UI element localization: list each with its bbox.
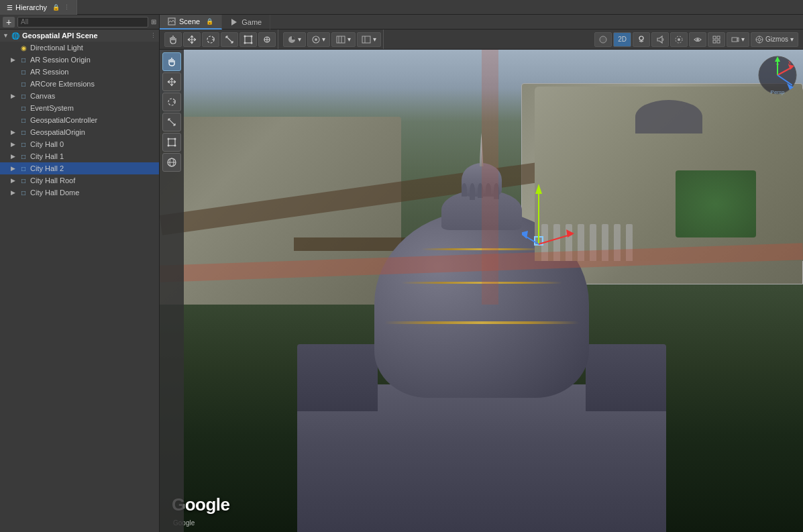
custom-transform-btn[interactable] bbox=[258, 32, 276, 47]
city-hall-2-label: City Hall 2 bbox=[30, 164, 64, 172]
hierarchy-item-city-hall-roof[interactable]: ▶ □ City Hall Roof bbox=[0, 174, 159, 187]
scene-icon: 🌐 bbox=[11, 31, 20, 40]
viewport-move-btn[interactable] bbox=[162, 72, 181, 91]
directional-light-label: Directional Light bbox=[30, 44, 83, 52]
hierarchy-item-ar-session-origin[interactable]: ▶ □ AR Session Origin bbox=[0, 54, 159, 66]
svg-text:X: X bbox=[788, 60, 792, 65]
hierarchy-item-city-hall-0[interactable]: ▶ □ City Hall 0 bbox=[0, 138, 159, 150]
move-tool-btn[interactable] bbox=[183, 32, 201, 47]
svg-text:Persp: Persp bbox=[771, 89, 785, 95]
expand-arrow-chr: ▶ bbox=[11, 177, 19, 184]
hierarchy-item-geospatial-scene[interactable]: ▼ 🌐 Geospatial API Scene ⋮ bbox=[0, 30, 159, 42]
expand-arrow-ch2: ▶ bbox=[11, 165, 19, 172]
overlay-dropdown-btn[interactable]: ▾ bbox=[357, 32, 381, 47]
hierarchy-tab-menu[interactable]: ⋮ bbox=[64, 4, 70, 11]
svg-text:Y: Y bbox=[776, 63, 780, 68]
expand-arrow-canvas: ▶ bbox=[11, 93, 19, 99]
hierarchy-item-city-hall-1[interactable]: ▶ □ City Hall 1 bbox=[0, 150, 159, 162]
svg-line-21 bbox=[642, 41, 643, 42]
hand-tool-btn[interactable] bbox=[164, 32, 182, 47]
svg-point-18 bbox=[639, 36, 643, 40]
hierarchy-item-arcore-extensions[interactable]: □ ARCore Extensions bbox=[0, 78, 159, 90]
visibility-toggle-btn[interactable] bbox=[689, 32, 706, 47]
scene-viewport[interactable]: Y X Persp bbox=[160, 50, 803, 532]
svg-point-7 bbox=[251, 42, 253, 44]
svg-rect-29 bbox=[732, 38, 737, 42]
svg-point-56 bbox=[174, 138, 176, 140]
render-path-dropdown-btn[interactable]: ▾ bbox=[307, 32, 330, 47]
viewport-hand-btn[interactable] bbox=[162, 52, 181, 71]
shading-dropdown-btn[interactable]: ▾ bbox=[283, 32, 306, 47]
lighting-toggle-btn[interactable] bbox=[633, 32, 650, 47]
gizmos-dropdown-btn[interactable]: Gizmos ▾ bbox=[751, 32, 798, 47]
arcore-extensions-label: ARCore Extensions bbox=[30, 80, 95, 88]
svg-point-55 bbox=[168, 138, 170, 140]
gameobject-icon-ch2: □ bbox=[19, 164, 28, 173]
hierarchy-tab[interactable]: ☰ Hierarchy 🔒 ⋮ bbox=[0, 0, 77, 15]
hierarchy-item-city-hall-dome[interactable]: ▶ □ City Hall Dome bbox=[0, 187, 159, 199]
scene-label: Geospatial API Scene bbox=[22, 32, 98, 40]
hierarchy-item-ar-session[interactable]: □ AR Session bbox=[0, 66, 159, 78]
geospatial-origin-label: GeospatialOrigin bbox=[30, 128, 85, 136]
game-tab-icon bbox=[230, 18, 238, 26]
city-hall-dome-label: City Hall Dome bbox=[30, 189, 79, 197]
shading-mode-btn[interactable] bbox=[594, 32, 612, 47]
hierarchy-tab-lock: 🔒 bbox=[52, 4, 60, 11]
app-root: ☰ Hierarchy 🔒 ⋮ + ⊞ ▼ 🌐 Geospatial API S… bbox=[0, 0, 803, 532]
audio-toggle-btn[interactable] bbox=[651, 32, 669, 47]
rect-tool-btn[interactable] bbox=[239, 32, 257, 47]
transform-tools-group bbox=[162, 30, 278, 49]
hierarchy-item-city-hall-2[interactable]: ▶ □ City Hall 2 bbox=[0, 162, 159, 174]
gameobject-icon-chr: □ bbox=[19, 176, 28, 185]
city-hall-roof-label: City Hall Roof bbox=[30, 176, 75, 184]
hierarchy-panel: + ⊞ ▼ 🌐 Geospatial API Scene ⋮ ◉ Directi… bbox=[0, 15, 160, 532]
scale-tool-btn[interactable] bbox=[221, 32, 238, 47]
view-tools-group: ▾ ▾ ▾ ▾ bbox=[281, 30, 384, 49]
scene-tab-icon bbox=[168, 17, 176, 25]
scene-toolbar: ▾ ▾ ▾ ▾ bbox=[160, 30, 803, 50]
hierarchy-item-geospatial-origin[interactable]: ▶ □ GeospatialOrigin bbox=[0, 126, 159, 138]
camera-dropdown-btn[interactable]: ▾ bbox=[727, 32, 749, 47]
scene-tab-label: Scene bbox=[179, 17, 200, 25]
svg-rect-27 bbox=[713, 40, 716, 43]
scene-tab-bar: Scene 🔒 Game bbox=[160, 15, 803, 30]
hierarchy-item-canvas[interactable]: ▶ □ Canvas bbox=[0, 90, 159, 102]
expand-arrow-ch1: ▶ bbox=[11, 153, 19, 160]
gameobject-icon-as: □ bbox=[19, 67, 28, 76]
viewport-rect-btn[interactable] bbox=[162, 133, 181, 152]
expand-arrow-ch0: ▶ bbox=[11, 141, 19, 148]
orientation-gizmo[interactable]: Y X Persp bbox=[757, 55, 798, 95]
ar-session-origin-label: AR Session Origin bbox=[30, 56, 91, 64]
svg-point-6 bbox=[244, 42, 246, 44]
hierarchy-item-directional-light[interactable]: ◉ Directional Light bbox=[0, 42, 159, 54]
gameobject-icon-go: □ bbox=[19, 127, 28, 137]
gameobject-icon-es: □ bbox=[19, 103, 28, 113]
city-hall-0-label: City Hall 0 bbox=[30, 140, 64, 148]
svg-rect-26 bbox=[717, 36, 720, 39]
effects-toggle-btn[interactable] bbox=[670, 32, 688, 47]
viewport-rotate-btn[interactable] bbox=[162, 93, 181, 111]
2d-mode-btn[interactable]: 2D bbox=[613, 32, 631, 47]
grid-toggle-btn[interactable] bbox=[708, 32, 725, 47]
hierarchy-toolbar: + ⊞ bbox=[0, 15, 159, 30]
gizmo-svg bbox=[522, 170, 576, 251]
hierarchy-item-geospatial-controller[interactable]: □ GeospatialController bbox=[0, 114, 159, 126]
viewport-scale-btn[interactable] bbox=[162, 113, 181, 131]
gameobject-icon-dl: ◉ bbox=[19, 43, 28, 52]
viewport-globe-btn[interactable] bbox=[162, 153, 181, 172]
gameobject-icon-canvas: □ bbox=[19, 91, 28, 101]
svg-point-17 bbox=[600, 36, 606, 43]
hierarchy-search-input[interactable] bbox=[17, 17, 148, 28]
right-view-group: 2D bbox=[592, 30, 800, 49]
svg-point-5 bbox=[251, 35, 253, 37]
svg-point-24 bbox=[696, 38, 699, 41]
effect-dropdown-btn[interactable]: ▾ bbox=[331, 32, 356, 47]
hierarchy-filter-button[interactable]: ⊞ bbox=[151, 18, 156, 25]
road-vertical bbox=[482, 50, 498, 305]
add-object-button[interactable]: + bbox=[3, 17, 15, 28]
scene-menu-icon[interactable]: ⋮ bbox=[150, 32, 159, 39]
game-tab[interactable]: Game bbox=[222, 15, 270, 30]
rotate-tool-btn[interactable] bbox=[202, 32, 219, 47]
scene-tab[interactable]: Scene 🔒 bbox=[160, 15, 222, 30]
hierarchy-item-event-system[interactable]: □ EventSystem bbox=[0, 102, 159, 114]
